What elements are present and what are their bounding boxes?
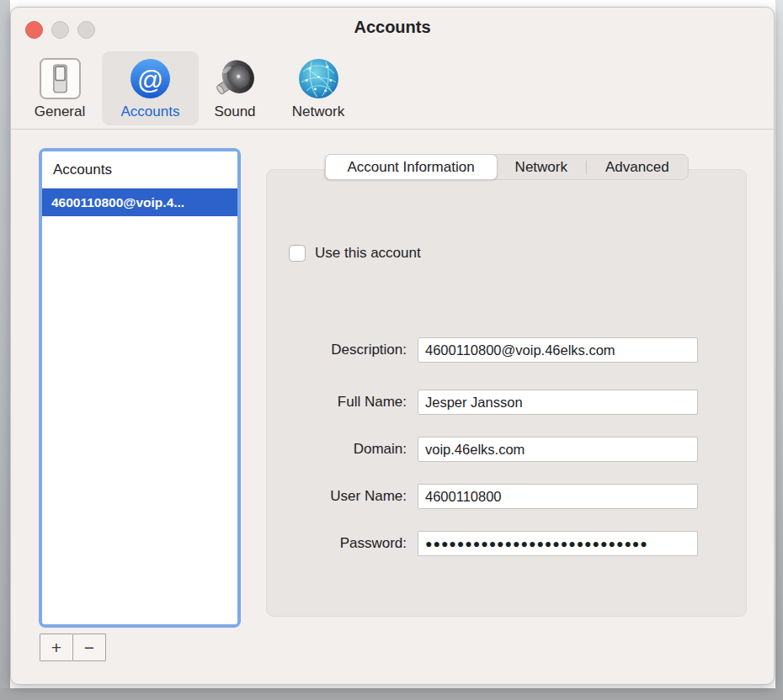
password-row: Password: — [267, 531, 746, 556]
account-list-item[interactable]: 4600110800@voip.4... — [42, 188, 237, 216]
description-label: Description: — [267, 337, 407, 363]
full-name-label: Full Name: — [267, 390, 407, 415]
toolbar-item-accounts[interactable]: @ Accounts — [102, 51, 199, 125]
toolbar-label-sound: Sound — [214, 103, 255, 120]
traffic-lights — [25, 21, 95, 39]
toolbar-item-network[interactable]: Network — [279, 51, 358, 125]
speaker-icon — [213, 56, 258, 101]
title-bar: Accounts — [11, 8, 774, 46]
use-account-row: Use this account — [289, 245, 421, 262]
backdrop-edge-left — [0, 0, 10, 700]
svg-text:@: @ — [137, 66, 163, 94]
at-icon: @ — [128, 56, 173, 101]
accounts-list: Accounts 4600110800@voip.4... — [39, 148, 241, 628]
accounts-table: Accounts 4600110800@voip.4... — [42, 151, 237, 624]
domain-row: Domain: — [267, 437, 746, 462]
zoom-button[interactable] — [77, 21, 95, 39]
backdrop-edge-right — [775, 0, 783, 700]
use-account-checkbox[interactable] — [289, 245, 306, 262]
preferences-toolbar: General @ Accounts — [11, 50, 774, 127]
password-field[interactable] — [418, 531, 698, 556]
use-account-label: Use this account — [315, 245, 421, 262]
close-button[interactable] — [25, 21, 43, 39]
domain-field[interactable] — [418, 437, 698, 462]
list-edit-buttons: + − — [40, 634, 106, 661]
domain-label: Domain: — [267, 437, 407, 462]
toolbar-item-sound[interactable]: Sound — [202, 51, 268, 125]
description-row: Description: — [267, 337, 746, 363]
add-account-button[interactable]: + — [40, 634, 73, 661]
tab-account-information[interactable]: Account Information — [324, 154, 497, 180]
screenshot-stage: Accounts General — [0, 0, 783, 700]
globe-icon — [296, 56, 341, 101]
tab-bar: Account Information Network Advanced — [324, 154, 688, 180]
account-detail-panel: Account Information Network Advanced Use… — [266, 169, 747, 617]
switch-icon — [38, 56, 83, 101]
user-name-row: User Name: — [267, 484, 746, 509]
backdrop-edge-bottom — [0, 688, 783, 700]
password-label: Password: — [267, 531, 407, 556]
toolbar-label-general: General — [35, 103, 85, 120]
toolbar-item-general[interactable]: General — [27, 51, 93, 125]
minimize-button[interactable] — [51, 21, 69, 39]
toolbar-separator — [11, 129, 774, 130]
full-name-field[interactable] — [418, 390, 698, 415]
preferences-window: Accounts General — [10, 7, 775, 685]
full-name-row: Full Name: — [267, 390, 746, 415]
user-name-label: User Name: — [267, 484, 407, 509]
window-title: Accounts — [11, 8, 774, 46]
toolbar-label-network: Network — [292, 103, 344, 120]
toolbar-label-accounts: Accounts — [121, 103, 180, 120]
description-field[interactable] — [418, 337, 698, 363]
tab-advanced[interactable]: Advanced — [587, 155, 688, 179]
user-name-field[interactable] — [418, 484, 698, 509]
remove-account-button[interactable]: − — [72, 634, 106, 661]
tab-network[interactable]: Network — [497, 155, 586, 179]
accounts-column-header: Accounts — [42, 151, 237, 188]
